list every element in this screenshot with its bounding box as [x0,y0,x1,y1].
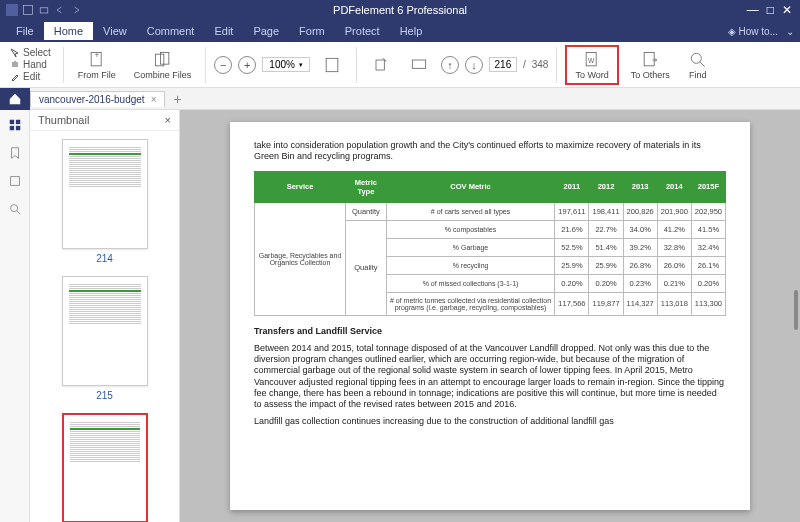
hand-tool[interactable]: Hand [10,59,51,70]
svg-line-21 [16,211,20,215]
body-paragraph: Between 2014 and 2015, total tonnage dis… [254,343,726,411]
section-heading: Transfers and Landfill Service [254,326,726,337]
thumbnail-page[interactable] [62,139,148,249]
view-mode-button[interactable] [403,53,435,77]
search-icon[interactable] [8,202,22,216]
close-tab-icon[interactable]: × [151,94,157,105]
value-cell: 200,826 [623,202,657,220]
current-page-input[interactable]: 216 [489,57,517,72]
thumbnail-label: 215 [96,390,113,401]
value-cell: 113,300 [691,292,725,315]
value-cell: 0.20% [555,274,589,292]
menu-page[interactable]: Page [243,22,289,40]
pdf-page: take into consideration population growt… [230,122,750,510]
value-cell: 39.2% [623,238,657,256]
zoom-out-button[interactable]: − [214,56,232,74]
metric-cell: # of metric tonnes collected via residen… [386,292,555,315]
metric-type-cell: Quantity [346,202,387,220]
rotate-button[interactable] [365,53,397,77]
value-cell: 113,018 [657,292,691,315]
save-icon[interactable] [22,4,34,16]
svg-rect-0 [6,4,18,16]
menu-protect[interactable]: Protect [335,22,390,40]
service-cell: Garbage, Recyclables and Organics Collec… [255,202,346,315]
close-button[interactable]: ✕ [782,3,792,17]
svg-rect-7 [326,58,338,71]
bookmark-icon[interactable] [8,146,22,160]
value-cell: 26.8% [623,256,657,274]
value-cell: 41.2% [657,220,691,238]
menu-form[interactable]: Form [289,22,335,40]
value-cell: 52.5% [555,238,589,256]
prev-page-button[interactable]: ↑ [441,56,459,74]
page-view[interactable]: take into consideration population growt… [180,110,800,522]
print-icon[interactable] [38,4,50,16]
howto-link[interactable]: ◈ How to... [728,26,778,37]
value-cell: 32.8% [657,238,691,256]
svg-rect-9 [412,60,425,68]
to-others-button[interactable]: To Others [625,48,676,82]
zoom-level[interactable]: 100%▾ [262,57,310,72]
value-cell: 201,900 [657,202,691,220]
zoom-in-button[interactable]: + [238,56,256,74]
value-cell: 0.20% [691,274,725,292]
table-row: Garbage, Recyclables and Organics Collec… [255,202,726,220]
svg-point-20 [10,205,17,212]
value-cell: 32.4% [691,238,725,256]
menu-file[interactable]: File [6,22,44,40]
menu-comment[interactable]: Comment [137,22,205,40]
add-tab-button[interactable]: + [165,91,189,107]
table-header: 2013 [623,171,657,202]
edit-tool[interactable]: Edit [10,71,51,82]
thumbnail-title: Thumbnail [38,114,89,126]
value-cell: 26.1% [691,256,725,274]
title-bar: PDFelement 6 Professional — □ ✕ [0,0,800,20]
redo-icon[interactable] [70,4,82,16]
next-page-button[interactable]: ↓ [465,56,483,74]
from-file-button[interactable]: + From File [72,48,122,82]
menu-edit[interactable]: Edit [204,22,243,40]
value-cell: 22.7% [589,220,623,238]
table-header: Metric Type [346,171,387,202]
metric-cell: # of carts served all types [386,202,555,220]
menu-home[interactable]: Home [44,22,93,40]
intro-paragraph: take into consideration population growt… [254,140,726,163]
body-paragraph: Landfill gas collection continues increa… [254,416,726,427]
select-tool[interactable]: Select [10,47,51,58]
metric-cell: % of missed collections (3-1-1) [386,274,555,292]
table-header: Service [255,171,346,202]
value-cell: 0.21% [657,274,691,292]
undo-icon[interactable] [54,4,66,16]
metric-cell: % Garbage [386,238,555,256]
svg-text:W: W [588,56,595,63]
document-tab[interactable]: vancouver-2016-budget× [30,91,165,107]
menu-help[interactable]: Help [390,22,433,40]
combine-files-button[interactable]: Combine Files [128,48,198,82]
thumbnails-icon[interactable] [8,118,22,132]
thumbnail-page[interactable] [62,413,148,522]
svg-rect-1 [24,6,33,15]
maximize-button[interactable]: □ [767,3,774,17]
thumbnail-page[interactable] [62,276,148,386]
close-panel-icon[interactable]: × [165,114,171,126]
value-cell: 198,411 [589,202,623,220]
ribbon-toolbar: Select Hand Edit + From File Combine Fil… [0,42,800,88]
minimize-button[interactable]: — [747,3,759,17]
value-cell: 114,327 [623,292,657,315]
attachment-icon[interactable] [8,174,22,188]
value-cell: 34.0% [623,220,657,238]
value-cell: 117,566 [555,292,589,315]
home-tab[interactable] [0,88,30,110]
svg-rect-16 [15,120,19,124]
chevron-down-icon[interactable]: ⌄ [786,26,794,37]
value-cell: 197,611 [555,202,589,220]
fit-page-button[interactable] [316,53,348,77]
scrollbar-thumb[interactable] [794,290,798,330]
menu-view[interactable]: View [93,22,137,40]
value-cell: 119,877 [589,292,623,315]
find-button[interactable]: Find [682,48,714,82]
document-tab-bar: vancouver-2016-budget× + [0,88,800,110]
to-word-button[interactable]: W To Word [569,48,614,82]
svg-rect-17 [9,126,13,130]
table-header: 2015F [691,171,725,202]
